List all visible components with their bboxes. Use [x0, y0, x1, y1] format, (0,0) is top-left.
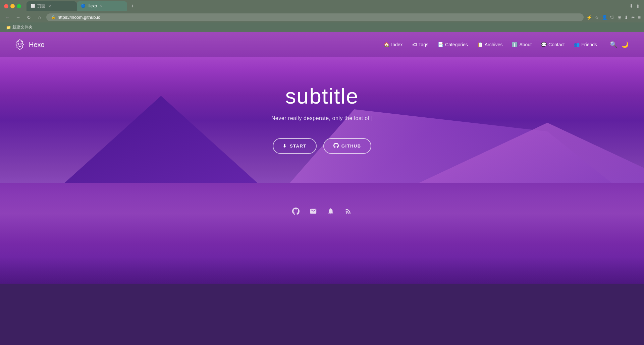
nav-index-label: Index [391, 42, 402, 47]
forward-button[interactable]: → [14, 15, 22, 20]
github-button[interactable]: GITHUB [323, 138, 371, 154]
menu-icon[interactable]: ≡ [638, 15, 641, 20]
nav-index[interactable]: 🏠 Index [380, 40, 407, 49]
shield-icon[interactable]: 🛡 [610, 15, 615, 20]
dark-mode-button[interactable]: 🌙 [619, 39, 631, 50]
tab1-label: 页面 [37, 3, 45, 9]
nav-about[interactable]: ℹ️ About [508, 40, 536, 49]
hero-title: subtitle [285, 84, 359, 109]
site-navigation: Hexo 🏠 Index 🏷 Tags 📑 Categories 📋 Archi… [0, 32, 644, 57]
nav-archives-label: Archives [485, 42, 503, 47]
nav-friends-label: Friends [581, 42, 597, 47]
star-icon[interactable]: ☆ [595, 15, 599, 20]
website-container: Hexo 🏠 Index 🏷 Tags 📑 Categories 📋 Archi… [0, 32, 644, 284]
footer-rss-icon[interactable] [344, 208, 352, 217]
bottom-fade [0, 257, 644, 284]
traffic-lights [4, 4, 21, 8]
archives-nav-icon: 📋 [477, 42, 483, 47]
tab1-close-btn[interactable]: ✕ [47, 4, 52, 8]
github-icon [333, 143, 339, 149]
maximize-traffic-light[interactable] [17, 4, 21, 8]
nav-links: 🏠 Index 🏷 Tags 📑 Categories 📋 Archives ℹ… [380, 40, 601, 49]
svg-point-1 [20, 43, 22, 45]
nav-friends[interactable]: 👥 Friends [570, 40, 601, 49]
nav-tags[interactable]: 🏷 Tags [408, 40, 433, 49]
sun-icon[interactable]: ☀ [631, 15, 635, 20]
minimize-traffic-light[interactable] [10, 4, 15, 8]
folder-icon: 📁 [6, 25, 11, 30]
nav-categories[interactable]: 📑 Categories [434, 40, 472, 49]
close-traffic-light[interactable] [4, 4, 8, 8]
site-logo[interactable]: Hexo [13, 38, 45, 51]
extensions-icon[interactable]: ⚡ [586, 15, 592, 20]
tab2-close-btn[interactable]: ✕ [99, 4, 104, 8]
nav-contact[interactable]: 💬 Contact [537, 40, 569, 49]
friends-nav-icon: 👥 [574, 42, 580, 47]
hero-description: Never really desperate, only the lost of… [271, 115, 373, 121]
nav-about-label: About [519, 42, 532, 47]
tab2-favicon: 🔵 [81, 4, 86, 8]
contact-nav-icon: 💬 [541, 42, 547, 47]
tab2-label: Hexo [88, 4, 97, 8]
nav-contact-label: Contact [548, 42, 565, 47]
profile-icon[interactable]: 👤 [602, 15, 607, 20]
home-nav-icon: 🏠 [384, 42, 389, 47]
bookmarks-bar: 📁 新建文件夹 [0, 22, 644, 32]
search-button[interactable]: 🔍 [608, 39, 619, 50]
browser-controls: ← → ↻ ⌂ 🔒 https://lnoom.github.io ⚡ ☆ 👤 … [0, 12, 644, 22]
tab1-favicon: ⬜ [31, 4, 35, 8]
logo-text: Hexo [29, 41, 45, 49]
footer-email-icon[interactable] [310, 208, 317, 217]
footer-icons [0, 194, 644, 227]
categories-nav-icon: 📑 [438, 42, 443, 47]
new-tab-button[interactable]: + [128, 2, 137, 10]
footer-bell-icon[interactable] [327, 208, 334, 217]
hero-section: subtitle Never really desperate, only th… [0, 57, 644, 194]
start-label: START [290, 143, 307, 149]
svg-point-0 [18, 43, 19, 45]
logo-icon [13, 38, 26, 51]
browser-titlebar: ⬜ 页面 ✕ 🔵 Hexo ✕ + ⬇ ⬆ [0, 0, 644, 12]
download-icon[interactable]: ⬇ [624, 15, 628, 20]
github-label: GITHUB [341, 143, 361, 149]
bookmark-label: 新建文件夹 [12, 24, 33, 30]
reload-button[interactable]: ↻ [25, 15, 33, 20]
extension-icons: ⚡ ☆ 👤 🛡 ⊞ ⬇ ☀ ≡ [586, 15, 641, 20]
address-bar[interactable]: 🔒 https://lnoom.github.io [46, 13, 584, 21]
back-button[interactable]: ← [3, 15, 11, 20]
start-button[interactable]: ⬇ START [273, 138, 316, 154]
puzzle-icon[interactable]: ⊞ [618, 15, 622, 20]
browser-toolbar-icons: ⬇ ⬆ [629, 3, 640, 9]
tab-2[interactable]: 🔵 Hexo ✕ [77, 1, 127, 11]
nav-archives[interactable]: 📋 Archives [473, 40, 507, 49]
nav-categories-label: Categories [445, 42, 468, 47]
bookmark-folder[interactable]: 📁 新建文件夹 [4, 24, 35, 31]
tab-1[interactable]: ⬜ 页面 ✕ [26, 1, 77, 11]
window-maximize-icon[interactable]: ⬆ [636, 3, 640, 9]
lock-icon: 🔒 [51, 15, 56, 19]
hero-buttons: ⬇ START GITHUB [273, 138, 371, 154]
start-icon: ⬇ [283, 143, 287, 149]
footer-github-icon[interactable] [292, 208, 300, 217]
about-nav-icon: ℹ️ [512, 42, 518, 47]
home-button[interactable]: ⌂ [36, 15, 44, 20]
address-text: https://lnoom.github.io [58, 15, 100, 20]
tag-nav-icon: 🏷 [412, 42, 417, 47]
nav-tags-label: Tags [419, 42, 429, 47]
tab-bar: ⬜ 页面 ✕ 🔵 Hexo ✕ + [26, 1, 627, 11]
window-list-icon[interactable]: ⬇ [629, 3, 633, 9]
